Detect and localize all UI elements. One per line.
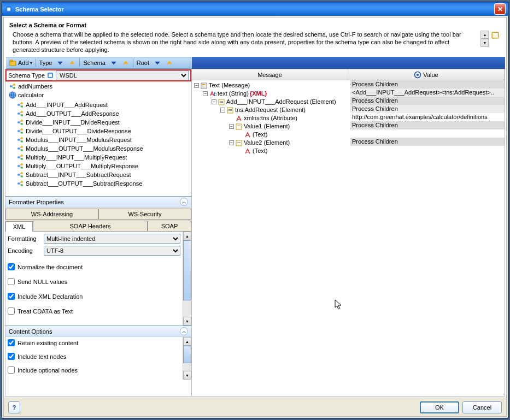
schema-up[interactable] (120, 58, 132, 67)
arrow-down-icon (56, 59, 64, 67)
collapse-icon[interactable]: ︽ (180, 198, 188, 206)
root-up[interactable] (163, 58, 175, 67)
type-up[interactable] (66, 58, 78, 67)
value-cell[interactable]: Process Children (350, 121, 505, 129)
collapse-icon[interactable]: ︽ (180, 327, 188, 335)
collapse-icon[interactable]: − (203, 91, 208, 96)
scroll-thumb[interactable] (183, 346, 191, 363)
help-book-icon[interactable] (491, 31, 501, 40)
col-value[interactable]: Value (348, 69, 505, 80)
tree-item[interactable]: Subtract___INPUT___SubtractRequest (15, 170, 132, 179)
msg-node[interactable]: − Add___INPUT___AddRequest (Element) (212, 98, 349, 106)
scroll-up-icon[interactable]: ▴ (480, 31, 489, 39)
formatting-select[interactable]: Multi-line indented (44, 234, 180, 244)
message-tree[interactable]: − Text (Message) − b text (String) {XML}… (192, 80, 350, 396)
svg-point-17 (21, 111, 23, 113)
chk-sendnull[interactable] (8, 278, 15, 285)
msg-node[interactable]: xmlns:tns (Attribute) (229, 114, 349, 122)
schema-type-select[interactable]: WSDL (56, 70, 189, 80)
svg-rect-56 (236, 124, 242, 129)
value-cell[interactable]: http://com.greenhat.examples/calculator/… (350, 113, 505, 121)
tab-xml[interactable]: XML (5, 221, 33, 232)
tree-item[interactable]: Divide___OUTPUT___DivideResponse (15, 127, 132, 135)
header-title: Select a Schema or Format (9, 22, 501, 28)
col-message[interactable]: Message (192, 69, 348, 80)
msg-node[interactable]: − Value1 (Element) (229, 122, 349, 131)
tree-item[interactable]: Subtract___OUTPUT___SubtractResponse (15, 179, 143, 188)
msg-node[interactable]: − b text (String) {XML} (203, 90, 349, 98)
toolbar-schema[interactable]: Schema (81, 59, 107, 67)
svg-point-35 (21, 163, 23, 165)
tree-item[interactable]: Modulus___OUTPUT___ModulusResponse (15, 144, 144, 153)
encoding-select[interactable]: UTF-8 (44, 246, 180, 256)
close-button[interactable]: ✕ (494, 3, 506, 15)
value-cell[interactable] (350, 129, 505, 138)
collapse-icon[interactable]: − (229, 140, 234, 145)
tree-item[interactable]: Add___INPUT___AddRequest (15, 100, 109, 109)
value-cell[interactable]: Process Children (350, 97, 505, 105)
content-options-header[interactable]: Content Options ︽ (5, 326, 191, 337)
chk-optional[interactable] (8, 366, 15, 374)
cancel-button[interactable]: Cancel (462, 401, 502, 413)
svg-point-24 (21, 132, 23, 134)
svg-point-26 (21, 137, 23, 139)
scroll-down-icon[interactable]: ▾ (480, 39, 489, 47)
value-cell[interactable] (350, 146, 505, 154)
schema-down[interactable] (108, 58, 120, 67)
value-cell[interactable]: Process Children (350, 105, 505, 113)
chk-xmldecl[interactable] (8, 293, 15, 300)
msg-node[interactable]: − tns:AddRequest (Element) (220, 106, 349, 114)
svg-point-27 (21, 140, 23, 143)
tree-item[interactable]: Add___OUTPUT___AddResponse (15, 109, 120, 118)
svg-point-37 (17, 174, 20, 176)
chk-cdata[interactable] (8, 307, 15, 315)
tree-item[interactable]: Divide___INPUT___DivideRequest (15, 118, 121, 127)
title-bar[interactable]: Schema Selector ✕ (2, 2, 508, 16)
svg-point-30 (21, 149, 23, 151)
msg-node[interactable]: − Value2 (Element) (229, 139, 349, 147)
scroll-down-icon[interactable]: ▼ (183, 317, 191, 326)
tab-soap-headers[interactable]: SOAP Headers (33, 221, 148, 231)
tree-item[interactable]: Multiply___OUTPUT___MultiplyResponse (15, 162, 139, 170)
msg-node[interactable]: (Text) (238, 131, 349, 139)
scroll-up-icon[interactable]: ▲ (183, 232, 191, 240)
svg-point-11 (13, 87, 15, 89)
formatter-scrollbar[interactable]: ▲ ▼ (183, 232, 191, 326)
root-down[interactable] (151, 58, 163, 67)
formatter-header[interactable]: Formatter Properties ︽ (5, 197, 191, 208)
tab-ws-addressing[interactable]: WS-Addressing (5, 209, 98, 219)
tree-node-addnumbers[interactable]: addNumbers (8, 82, 54, 91)
collapse-icon[interactable]: − (194, 83, 199, 88)
ok-button[interactable]: OK (420, 401, 459, 413)
msg-node[interactable]: − Text (Message) (194, 81, 349, 90)
schema-tree[interactable]: addNumbers calculator Add___INPUT___AddR… (5, 81, 191, 196)
toolbar-add[interactable]: Add▾ (7, 58, 34, 67)
scroll-thumb[interactable] (183, 240, 191, 300)
scroll-up-icon[interactable]: ▲ (183, 337, 191, 346)
tree-item[interactable]: Multiply___INPUT___MultiplyRequest (15, 153, 128, 162)
type-down[interactable] (54, 58, 66, 67)
value-cell[interactable]: <Add___INPUT___AddRequest><tns:AddReques… (350, 88, 505, 97)
collapse-icon[interactable]: − (212, 99, 216, 104)
tab-ws-security[interactable]: WS-Security (98, 209, 191, 219)
value-cell[interactable]: Process Children (350, 80, 505, 88)
collapse-icon[interactable]: − (220, 108, 225, 113)
collapse-icon[interactable]: − (229, 124, 234, 129)
operation-icon (16, 101, 24, 109)
chk-retain[interactable] (8, 339, 15, 346)
scroll-down-icon[interactable]: ▼ (183, 371, 191, 380)
toolbar-root[interactable]: Root (134, 59, 151, 67)
value-cell[interactable]: Process Children (350, 138, 505, 146)
chk-normalize[interactable] (8, 263, 15, 270)
tree-node-calculator[interactable]: calculator (8, 91, 45, 99)
content-scrollbar[interactable]: ▲ ▼ (183, 337, 191, 380)
toolbar-type[interactable]: Type (37, 59, 55, 67)
right-panel: Message Value − Text (Message) − (192, 69, 505, 397)
help-button[interactable]: ? (8, 401, 20, 413)
chk-textnodes[interactable] (8, 353, 15, 360)
desc-scroll[interactable]: ▴ ▾ (480, 31, 489, 47)
value-column[interactable]: Process Children<Add___INPUT___AddReques… (350, 80, 505, 396)
msg-node[interactable]: (Text) (238, 147, 349, 155)
tab-soap[interactable]: SOAP (148, 221, 191, 231)
tree-item[interactable]: Modulus___INPUT___ModulusRequest (15, 135, 133, 144)
